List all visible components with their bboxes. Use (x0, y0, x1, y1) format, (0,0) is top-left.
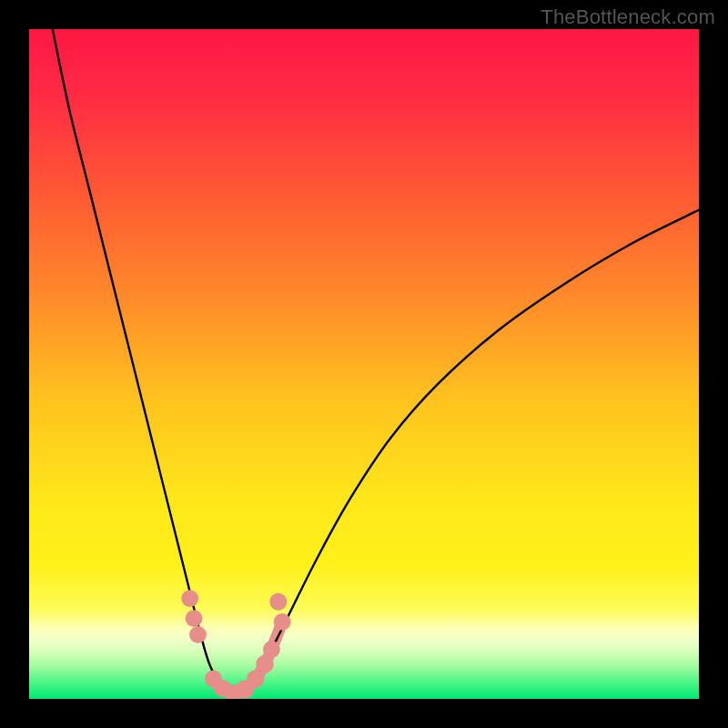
chart-frame: TheBottleneck.com (0, 0, 728, 728)
background-gradient (29, 29, 699, 699)
watermark-text: TheBottleneck.com (541, 5, 715, 29)
svg-rect-0 (29, 29, 699, 699)
plot-area (29, 29, 699, 699)
